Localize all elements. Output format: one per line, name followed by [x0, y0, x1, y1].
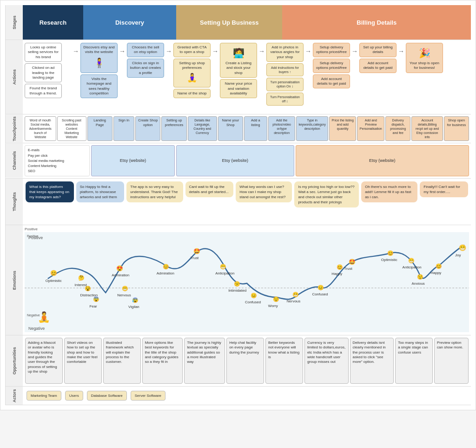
main-container: Stages Research Discovery Setting Up Bus…: [0, 0, 476, 410]
emotions-content: Positive Positive Negative Positive Nega…: [23, 225, 471, 335]
action-box: Turn personalisation option On ↕: [266, 78, 304, 91]
actors-row: Actors Marketing Team Users Database Sof…: [5, 387, 471, 405]
actions-row: Actions Looks up online selling services…: [5, 40, 471, 114]
setting-actions-3: Add in photos in various angles for your…: [266, 43, 304, 106]
stage-research: Research: [23, 5, 83, 40]
touchpoints-row: Touchpoints Word of mouthSocial media,Ad…: [5, 114, 471, 143]
emotion-positive-label: Positive: [25, 227, 469, 231]
svg-text:Happy: Happy: [331, 272, 342, 276]
stage-setting: Setting Up Business: [176, 5, 282, 40]
svg-text:Joy: Joy: [455, 253, 461, 257]
opp-cell: Short videos on how to set up the shop a…: [64, 338, 102, 384]
tp-cell: Details like Language, Country and Curre…: [188, 116, 217, 141]
thought-bubble: What is this platform that keeps appeari…: [26, 181, 74, 203]
svg-text:Anticipation: Anticipation: [403, 265, 422, 269]
thought-bubble: Is my pricing too high or too low?? Wait…: [294, 181, 359, 208]
svg-text:Optimistic: Optimistic: [381, 258, 397, 262]
arrow-2: →: [119, 43, 126, 55]
emotions-row: Emotions Positive Positive Negative Posi…: [5, 225, 471, 335]
svg-text:😊: 😊: [337, 264, 343, 270]
svg-text:😍: 😍: [116, 265, 123, 272]
tp-cell: Account details,Billing recpt set up and…: [411, 116, 443, 141]
action-box: Found the brand through a friend.: [25, 84, 62, 98]
setting-actions-2: 🧑‍💻 Create a Listing and stock your shop…: [220, 43, 257, 98]
channels-row: Channels E-mailsPay per clickSocial medi…: [5, 143, 471, 178]
svg-text:😁: 😁: [408, 257, 415, 264]
billing-actions-2: Set up your billing details Add account …: [359, 43, 397, 73]
stages-label: Stages: [5, 5, 23, 40]
action-box: Name of the shop: [173, 89, 211, 98]
tp-cell: Price the listing and add quantity: [329, 116, 357, 141]
opp-cell: More options like best keywords for the …: [142, 338, 183, 384]
arrow-7: →: [351, 43, 358, 55]
billing-actions-3: 🎉 Your shop is open for business!: [406, 43, 443, 73]
discovery-actions-1: Discovers etsy and visits the website 🧍‍…: [80, 43, 118, 98]
arrow-3: →: [165, 43, 172, 55]
svg-text:🤩: 🤩: [193, 247, 200, 254]
opp-cell: Illustrated framework which will explain…: [103, 338, 141, 384]
action-box: Setup delivery options priced/free: [313, 43, 350, 57]
svg-text:😟: 😟: [273, 296, 279, 302]
emotions-chart-container: Positive Negative Positive Negative 😊 Op: [25, 232, 469, 333]
opportunities-row: Opportunities Adding a Mascot or avatar …: [5, 335, 471, 387]
opportunities-label: Opportunities: [5, 335, 23, 386]
svg-text:😵: 😵: [85, 285, 91, 292]
svg-text:😰: 😰: [132, 297, 139, 303]
tp-cell: Shop open for business: [444, 116, 469, 141]
svg-text:😬: 😬: [122, 285, 128, 292]
opp-cell: Delivery details isnt clearly mentioned …: [350, 338, 394, 384]
action-box: Turn Personalisation off ↕: [266, 93, 304, 106]
thoughts-content: What is this platform that keeps appeari…: [23, 179, 471, 225]
svg-text:🤔: 🤔: [78, 274, 85, 281]
arrow-5: →: [258, 43, 265, 55]
svg-text:😊: 😊: [50, 269, 57, 276]
ch-cell: Etsy (website): [296, 145, 469, 176]
positive-label-left: Positive: [27, 234, 39, 238]
actors-content: Marketing Team Users Database Software S…: [23, 387, 471, 405]
opp-cell: Currency is very limited to dollars,euro…: [304, 338, 349, 384]
svg-text:Anxious: Anxious: [412, 281, 425, 286]
tp-cell: Add the photos/video or/type description: [268, 116, 296, 141]
tp-cell: Landing Page: [87, 116, 112, 141]
touchpoints-label: Touchpoints: [5, 114, 23, 143]
tp-cell: Setting up preferences: [161, 116, 186, 141]
svg-text:Happy: Happy: [430, 271, 441, 275]
action-box: Clicked on ad leading to the landing pag…: [25, 63, 62, 82]
actor-cell-database: Database Software: [87, 391, 127, 401]
ch-cell: E-mailsPay per clickSocial media marketi…: [25, 145, 90, 176]
svg-text:Confused: Confused: [245, 300, 261, 304]
opp-cell: Better keywords not everyone will know w…: [265, 338, 303, 384]
svg-rect-0: [25, 232, 469, 332]
svg-text:Fear: Fear: [89, 304, 97, 308]
action-box: Name your price and variation availabili…: [220, 79, 257, 98]
billing-actions-1: Setup delivery options priced/free Setup…: [313, 43, 350, 88]
stages-row: Stages Research Discovery Setting Up Bus…: [5, 5, 471, 40]
svg-text:Anticipation: Anticipation: [215, 271, 234, 275]
tp-cell: Word of mouthSocial media,Advertisements…: [25, 116, 56, 141]
action-box: 🎉 Your shop is open for business!: [406, 43, 443, 73]
negative-label-left: Negative: [27, 314, 40, 317]
svg-text:Admiration: Admiration: [112, 273, 129, 277]
svg-text:😁: 😁: [220, 263, 226, 270]
action-box: Add account details to get paid: [313, 74, 350, 89]
action-box: Add instructions for buyers ↑: [266, 63, 304, 76]
svg-text:😐: 😐: [251, 292, 257, 299]
emotions-label: Emotions: [5, 225, 23, 335]
opp-cell: Help chat facility on every page during …: [226, 338, 264, 384]
tp-cell: Type in keywords,category description: [296, 116, 328, 141]
thought-bubble: The app is so very easy to understand. T…: [126, 181, 183, 203]
tp-cell: Name your Shop: [218, 116, 243, 141]
actor-cell-marketing: Marketing Team: [26, 391, 61, 401]
tp-cell: Add a listing: [244, 116, 267, 141]
thought-bubble: Cant wait to fill up the details and get…: [185, 181, 234, 197]
svg-text:Confused: Confused: [312, 292, 328, 296]
svg-text:Negative: Negative: [28, 326, 45, 331]
action-box: Greeted with CTA to open a shop: [173, 43, 211, 57]
action-box: Add account details to get paid: [359, 59, 397, 73]
svg-text:😊: 😊: [163, 263, 169, 270]
tp-cell: Add and Preview Personalisation: [357, 116, 384, 141]
actor-cell-users: Users: [65, 391, 83, 401]
actors-label: Actors: [5, 387, 23, 405]
thoughts-label: Thoughts: [5, 179, 23, 225]
svg-text:Nervous: Nervous: [287, 299, 301, 303]
